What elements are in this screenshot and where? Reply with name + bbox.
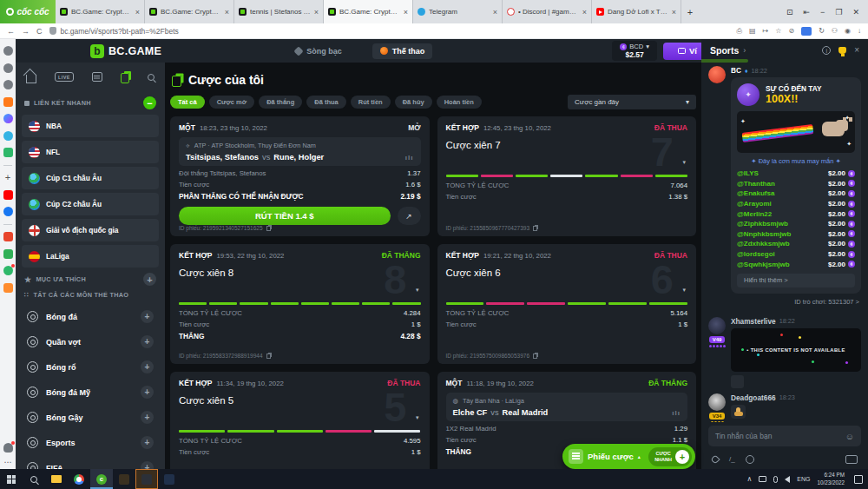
- search-icon[interactable]: [148, 74, 155, 81]
- keyboard-icon[interactable]: [845, 455, 858, 464]
- quick-link-item[interactable]: Giải vô địch quốc gia: [22, 219, 159, 241]
- winner-username[interactable]: @ILYS: [737, 169, 759, 177]
- winner-username[interactable]: @lordsegoi: [737, 250, 775, 258]
- winner-username[interactable]: @Enakufsa: [737, 189, 774, 197]
- bet-card-single[interactable]: MỘT 18:23, 23 thg 10, 2022 MỞ ⟡ATP · ATP…: [170, 116, 430, 236]
- filter-pill[interactable]: Tất cả: [170, 96, 205, 109]
- combo-header[interactable]: Cược xiên 7 7 ▾: [446, 136, 688, 173]
- chevron-right-icon[interactable]: ›: [743, 46, 746, 55]
- info-icon[interactable]: i: [822, 46, 831, 55]
- browser-tab[interactable]: Dang Dở Lofi x Thói tình ×: [592, 0, 681, 23]
- downloads-icon[interactable]: ↓: [858, 27, 861, 35]
- xham-avatar[interactable]: [708, 317, 726, 334]
- twitter-icon[interactable]: [3, 131, 13, 141]
- tab-close-icon[interactable]: ×: [582, 8, 587, 17]
- browser-tab[interactable]: • Discord | #games | ×: [503, 0, 592, 23]
- url-box[interactable]: bc.game/vi/sports?bt-path=%2Fbets: [49, 27, 730, 36]
- more-options-icon[interactable]: ⋯: [3, 459, 13, 469]
- winner-username[interactable]: @Nnphkbsmjwb: [737, 230, 791, 238]
- rain-tip-icon[interactable]: [710, 454, 720, 464]
- chat-input[interactable]: Tin nhắn của bạn ☺: [708, 426, 861, 446]
- expand-sport-button[interactable]: +: [141, 310, 154, 323]
- filter-pill[interactable]: Hoàn tiền: [437, 96, 482, 109]
- copy-icon[interactable]: [266, 226, 271, 231]
- dead-avatar[interactable]: [708, 393, 726, 411]
- nav-sports[interactable]: Thế thao: [372, 43, 433, 59]
- currency-selector[interactable]: ¢ BCD ▾ $2.57: [612, 41, 657, 61]
- bcgame-logo[interactable]: b BC.GAME: [90, 44, 161, 58]
- taskbar-search-button[interactable]: [23, 469, 45, 489]
- sport-item[interactable]: Bóng Gậy +: [22, 405, 159, 430]
- winner-username[interactable]: @Merlin22: [737, 210, 772, 218]
- browser-tab[interactable]: tennis | Stefanos Tsitsipa ×: [234, 0, 324, 23]
- chat-notification-icon[interactable]: [3, 266, 13, 275]
- cashout-button[interactable]: RÚT TIỀN 1.4 $: [179, 207, 391, 225]
- expand-sport-button[interactable]: +: [141, 386, 154, 399]
- quick-bet-toggle-knob[interactable]: +: [675, 450, 689, 464]
- chevron-down-icon[interactable]: ▾: [416, 414, 419, 421]
- collapse-button[interactable]: −: [143, 96, 156, 109]
- share-bet-button[interactable]: ↗: [398, 207, 421, 225]
- emoji-picker-icon[interactable]: ☺: [845, 432, 854, 441]
- filter-pill[interactable]: Rút tiền: [351, 96, 391, 109]
- nav-casino[interactable]: Sòng bạc: [287, 43, 350, 59]
- winner-username[interactable]: @Arayomi: [737, 200, 772, 208]
- reload-button[interactable]: C: [36, 27, 43, 36]
- history-back-icon[interactable]: ⇤: [804, 8, 811, 17]
- browser-tab[interactable]: BC.Game: Crypto Casino ×: [56, 0, 145, 23]
- promo-card[interactable]: ✦ SỰ CỐ ĐẾN TAY 100X!! ✦ ✦ ✦: [731, 77, 861, 294]
- back-button[interactable]: ←: [7, 27, 15, 36]
- forward-button[interactable]: →: [22, 27, 30, 36]
- sport-item[interactable]: Bóng đá +: [22, 304, 159, 329]
- add-favorite-button[interactable]: +: [143, 273, 156, 286]
- promo-calendar-icon[interactable]: [3, 232, 13, 241]
- chevron-down-icon[interactable]: ▾: [682, 159, 686, 166]
- home-icon[interactable]: [26, 75, 36, 83]
- combo-header[interactable]: Cược xiên 8 8 ▾: [179, 264, 421, 301]
- quick-link-item[interactable]: LaLiga: [22, 245, 159, 268]
- adblock-icon[interactable]: ⊘: [788, 27, 794, 35]
- copy-icon[interactable]: [533, 354, 537, 359]
- sport-item[interactable]: Bóng rổ +: [22, 354, 159, 380]
- close-window-button[interactable]: ✕: [852, 8, 859, 17]
- file-explorer-button[interactable]: [45, 469, 68, 489]
- sender-name[interactable]: Deadgoat666: [731, 393, 776, 402]
- coccoc-taskbar-button[interactable]: c: [90, 469, 113, 489]
- expand-sport-button[interactable]: +: [141, 411, 154, 424]
- betslip-button[interactable]: Phiếu cược ▴ CƯỢCNHANH +: [562, 444, 695, 469]
- copy-icon[interactable]: [266, 354, 271, 359]
- tab-close-icon[interactable]: ×: [672, 8, 676, 17]
- tab-close-icon[interactable]: ×: [135, 8, 140, 17]
- filter-pill[interactable]: Đã hủy: [395, 96, 432, 109]
- coin-drop-icon[interactable]: [746, 455, 754, 464]
- action-center-icon[interactable]: [854, 475, 863, 484]
- shopping-cart-icon[interactable]: [3, 283, 13, 293]
- network-icon[interactable]: [759, 476, 766, 482]
- save-page-icon[interactable]: ⎙: [737, 27, 742, 36]
- coccoc-brand-button[interactable]: cốc cốc: [0, 0, 56, 23]
- bet-card-combo[interactable]: KẾT HỢP 11:34, 19 thg 10, 2022 ĐÃ THUA C…: [170, 372, 430, 469]
- bet-card-combo[interactable]: KẾT HỢP 19:53, 22 thg 10, 2022 ĐÃ THẮNG …: [170, 244, 430, 364]
- winner-username[interactable]: @Zdxhkksmjwb: [737, 240, 790, 248]
- sport-item[interactable]: Quần vợt +: [22, 329, 159, 354]
- settings-gear-icon[interactable]: [3, 46, 13, 56]
- combo-header[interactable]: Cược xiên 5 5 ▾: [179, 392, 421, 428]
- sport-item[interactable]: Esports +: [22, 430, 159, 455]
- add-shortcut-icon[interactable]: +: [3, 173, 13, 182]
- account-icon[interactable]: ◉: [845, 27, 851, 35]
- star-bookmark-icon[interactable]: ☆: [775, 27, 781, 35]
- start-button[interactable]: [0, 469, 23, 489]
- share-icon[interactable]: ↦: [763, 27, 769, 35]
- show-more-button[interactable]: Hiển thị thêm >: [737, 274, 855, 287]
- profile-icon[interactable]: ⚇: [832, 27, 838, 35]
- game-id-link[interactable]: ID trò chơi: 5321307 >: [731, 298, 859, 306]
- rewards-crown-icon[interactable]: [3, 97, 13, 107]
- chat-room-selector[interactable]: Sports: [710, 45, 739, 56]
- gift-icon[interactable]: [3, 249, 13, 259]
- speaker-icon[interactable]: [785, 476, 790, 483]
- new-tab-button[interactable]: +: [681, 0, 699, 23]
- messenger-icon[interactable]: [3, 114, 13, 123]
- stats-icon[interactable]: ılı: [405, 154, 414, 162]
- chrome-button[interactable]: [68, 469, 90, 489]
- stats-icon[interactable]: ılı: [672, 409, 681, 417]
